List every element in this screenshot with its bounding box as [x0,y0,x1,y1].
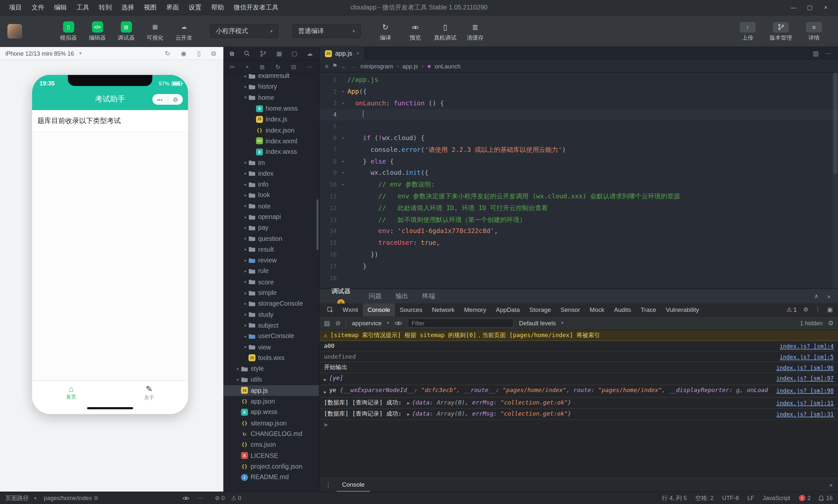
device-selector[interactable]: iPhone 12/13 mini 85% 16 ▾ [5,50,82,57]
fold-icon[interactable]: ▾ [339,156,347,167]
tree-item-home-wxss[interactable]: ≡home.wxss [223,103,319,114]
editor-toggle[interactable]: </>编辑器 [85,20,110,41]
tree-item-index-json[interactable]: {}index.json [223,125,319,136]
cloud-icon[interactable]: ☁ [307,50,313,57]
debugger-toggle[interactable]: ▤调试器 [114,20,139,41]
tree-item-project-config-json[interactable]: {}project.config.json [223,461,319,472]
cloud-dev-toggle[interactable]: ☁云开发 [172,20,196,41]
devtools-tab-audits[interactable]: Audits [609,303,636,316]
tree-item-cms-json[interactable]: {}cms.json [223,439,319,450]
tree-item-home[interactable]: ▾home [223,92,319,103]
split-editor-icon[interactable]: ▥ [813,50,819,57]
expand-arrow-icon[interactable]: ▶ [407,400,410,406]
chevron-right-icon[interactable]: ▸ [243,203,248,209]
tree-item-app-json[interactable]: {}app.json [223,396,319,407]
kebab-menu-icon[interactable]: ⋮ [815,306,821,313]
chevron-right-icon[interactable]: ▸ [243,334,248,339]
chevron-right-icon[interactable]: ▸ [243,345,248,349]
console-source-link[interactable]: index.js? [sm]:96 [776,363,834,372]
tree-item-subject[interactable]: ▸subject [223,320,319,331]
devtools-tab-sources[interactable]: Sources [395,303,427,316]
tree-item-review[interactable]: ▸review [223,255,319,266]
user-avatar[interactable] [7,24,22,38]
expand-arrow-icon[interactable]: ▶ [324,388,326,396]
devtools-tab-sensor[interactable]: Sensor [556,303,585,316]
tree-item-storageconsole[interactable]: ▸storageConsole [223,298,319,309]
cut-icon[interactable]: ✂ [230,63,235,70]
tree-item-rule[interactable]: ▸rule [223,266,319,276]
menu-item[interactable]: 项目 [4,0,27,15]
chevron-right-icon[interactable]: ▸ [235,366,241,371]
refresh-icon[interactable]: ↻ [165,50,170,57]
expand-arrow-icon[interactable]: ▶ [407,412,410,417]
inspect-element-icon[interactable] [327,306,334,313]
tree-item-app-js[interactable]: JSapp.js [223,385,319,396]
eol-setting[interactable]: LF [747,495,754,501]
editor-more-icon[interactable]: ⋯ [825,50,832,57]
devtools-settings-icon[interactable]: ⚙ [803,306,808,313]
tree-item-look[interactable]: ▸look [223,190,319,201]
notification-bell[interactable]: 16 [818,494,833,501]
tree-item-readme-md[interactable]: iREADME.md [223,472,319,483]
menu-item[interactable]: 工具 [72,0,94,15]
menu-item[interactable]: 设置 [184,0,207,15]
device-debug-button[interactable]: ▯真机调试 [431,21,459,41]
tree-item-index-wxss[interactable]: ≡index.wxss [223,146,319,157]
tab-home[interactable]: ⌂首页 [32,381,110,404]
tree-item-note[interactable]: ▸note [223,201,319,212]
tree-item-index-js[interactable]: JSindex.js [223,114,319,125]
devtools-tab-appdata[interactable]: AppData [491,303,524,316]
chevron-right-icon[interactable]: ▸ [243,258,248,263]
breadcrumb-item[interactable]: miniprogram [360,63,393,69]
console-source-link[interactable]: index.js? [sm]:98 [776,386,834,395]
tree-item-openapi[interactable]: ▸openapi [223,212,319,222]
chevron-right-icon[interactable]: ▸ [235,377,241,382]
drawer-kebab-icon[interactable]: ⋮ [325,481,332,489]
tree-item-score[interactable]: ▸score [223,276,319,287]
chevron-right-icon[interactable]: ▸ [243,171,248,176]
code-editor[interactable]: 1//app.js2▾App({3▾ onLaunch: function ()… [320,73,838,289]
close-drawer-icon[interactable]: × [829,482,833,488]
menu-item[interactable]: 视图 [139,0,161,15]
chevron-right-icon[interactable]: ▸ [243,226,248,230]
chevron-right-icon[interactable]: ▸ [243,74,248,78]
devtools-tab-storage[interactable]: Storage [525,303,556,316]
log-levels-select[interactable]: Default levels ▾ [519,320,563,326]
visualization-toggle[interactable]: ▦可视化 [143,20,167,41]
cursor-position[interactable]: 行 4, 列 5 [662,494,687,502]
clear-console-icon[interactable]: ⊘ [335,320,340,327]
tree-item-info[interactable]: ▸info [223,179,319,190]
chevron-right-icon[interactable]: ▸ [243,323,248,328]
editor-tab-app-js[interactable]: JS app.js × [320,47,365,60]
language-mode[interactable]: JavaScript [763,495,790,501]
tree-item-sitemap-json[interactable]: {}sitemap.json [223,418,319,428]
file-icon[interactable]: ▢ [292,50,297,57]
tree-item-question[interactable]: ▸question [223,233,319,244]
record-icon[interactable]: ◉ [181,50,186,57]
chevron-right-icon[interactable]: ▸ [243,290,248,295]
chevron-right-icon[interactable]: ▸ [243,160,248,165]
fold-icon[interactable]: ▾ [339,132,347,144]
chevron-right-icon[interactable]: ▸ [243,302,248,306]
tree-item-im[interactable]: ▸im [223,158,319,168]
drawer-tab-console[interactable]: Console [337,478,370,491]
fold-icon[interactable]: ▾ [339,167,347,179]
minimize-button[interactable]: — [787,4,800,11]
tree-item-pay[interactable]: ▸pay [223,222,319,233]
devtools-tab-trace[interactable]: Trace [636,303,661,316]
tree-item-app-wxss[interactable]: ≡app.wxss [223,407,319,418]
tree-item-result[interactable]: ▸result [223,244,319,255]
console-source-link[interactable]: index.js? [sm]:4 [780,342,834,350]
compile-mode-select[interactable]: 普通编译 ▾ [292,24,361,38]
devtools-tab-vulnerability[interactable]: Vulnerability [661,303,704,316]
chevron-right-icon[interactable]: ▸ [243,182,248,187]
devtools-tab-memory[interactable]: Memory [459,303,491,316]
eye-icon[interactable] [394,320,402,326]
clear-cache-button[interactable]: ≣清缓存 [461,21,489,41]
screenshot-icon[interactable]: ⧉ [212,50,216,57]
eye-icon[interactable] [182,496,190,500]
chevron-right-icon[interactable]: ▸ [243,247,248,252]
refresh-icon[interactable]: ↻ [275,63,280,70]
dock-side-icon[interactable]: ▣ [827,306,833,313]
tree-item-utils[interactable]: ▸utils [223,374,319,385]
